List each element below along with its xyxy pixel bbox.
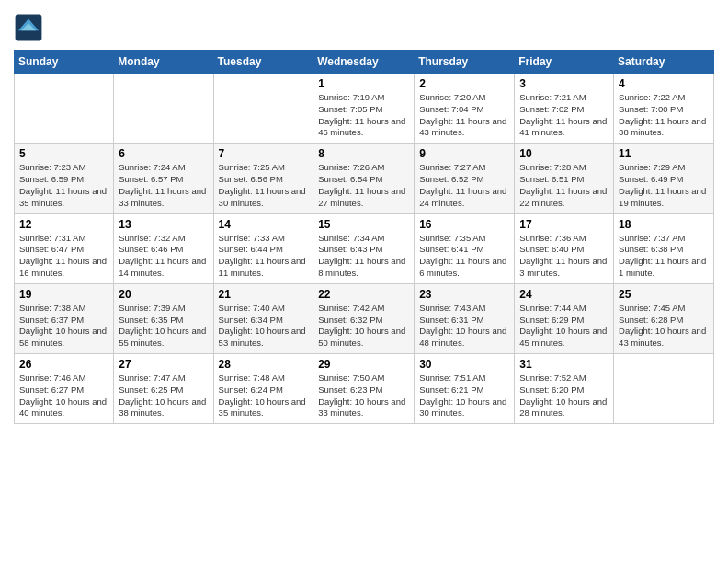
calendar-cell: 21Sunrise: 7:40 AM Sunset: 6:34 PM Dayli…	[213, 283, 313, 353]
day-number: 30	[419, 358, 509, 371]
calendar-cell: 10Sunrise: 7:28 AM Sunset: 6:51 PM Dayli…	[515, 144, 614, 213]
day-number: 2	[419, 77, 509, 90]
day-info: Sunrise: 7:42 AM Sunset: 6:32 PM Dayligh…	[318, 303, 409, 350]
calendar-cell: 2Sunrise: 7:20 AM Sunset: 7:04 PM Daylig…	[415, 74, 515, 144]
day-info: Sunrise: 7:36 AM Sunset: 6:40 PM Dayligh…	[519, 233, 609, 280]
day-info: Sunrise: 7:20 AM Sunset: 7:04 PM Dayligh…	[419, 92, 509, 139]
weekday-header-row: SundayMondayTuesdayWednesdayThursdayFrid…	[15, 51, 714, 74]
day-number: 28	[219, 358, 309, 371]
calendar-cell: 7Sunrise: 7:25 AM Sunset: 6:56 PM Daylig…	[213, 144, 313, 213]
day-number: 24	[519, 288, 609, 301]
day-number: 19	[19, 288, 108, 301]
weekday-header-sunday: Sunday	[15, 51, 114, 74]
calendar-cell: 9Sunrise: 7:27 AM Sunset: 6:52 PM Daylig…	[415, 144, 515, 213]
day-number: 4	[619, 77, 709, 90]
calendar-week-4: 19Sunrise: 7:38 AM Sunset: 6:37 PM Dayli…	[15, 283, 714, 353]
calendar-cell: 11Sunrise: 7:29 AM Sunset: 6:49 PM Dayli…	[614, 144, 714, 213]
calendar-cell: 13Sunrise: 7:32 AM Sunset: 6:46 PM Dayli…	[114, 213, 213, 283]
calendar-cell: 1Sunrise: 7:19 AM Sunset: 7:05 PM Daylig…	[313, 74, 415, 144]
calendar-cell: 16Sunrise: 7:35 AM Sunset: 6:41 PM Dayli…	[415, 213, 515, 283]
calendar-cell: 18Sunrise: 7:37 AM Sunset: 6:38 PM Dayli…	[614, 213, 714, 283]
calendar-cell: 27Sunrise: 7:47 AM Sunset: 6:25 PM Dayli…	[114, 354, 213, 424]
day-number: 21	[219, 288, 309, 301]
day-number: 9	[419, 147, 509, 160]
day-info: Sunrise: 7:37 AM Sunset: 6:38 PM Dayligh…	[619, 233, 709, 280]
weekday-header-thursday: Thursday	[415, 51, 515, 74]
logo-icon	[14, 13, 43, 42]
calendar-cell: 12Sunrise: 7:31 AM Sunset: 6:47 PM Dayli…	[15, 213, 114, 283]
day-info: Sunrise: 7:25 AM Sunset: 6:56 PM Dayligh…	[219, 162, 309, 209]
weekday-header-tuesday: Tuesday	[213, 51, 313, 74]
logo	[14, 13, 45, 42]
calendar-table: SundayMondayTuesdayWednesdayThursdayFrid…	[14, 50, 714, 424]
calendar-cell: 19Sunrise: 7:38 AM Sunset: 6:37 PM Dayli…	[15, 283, 114, 353]
day-number: 1	[318, 77, 409, 90]
calendar-cell: 23Sunrise: 7:43 AM Sunset: 6:31 PM Dayli…	[415, 283, 515, 353]
calendar-cell	[15, 74, 114, 144]
calendar-cell: 24Sunrise: 7:44 AM Sunset: 6:29 PM Dayli…	[515, 283, 614, 353]
day-number: 26	[19, 358, 108, 371]
day-info: Sunrise: 7:47 AM Sunset: 6:25 PM Dayligh…	[119, 373, 208, 419]
calendar-cell: 31Sunrise: 7:52 AM Sunset: 6:20 PM Dayli…	[515, 354, 614, 424]
day-number: 29	[318, 358, 409, 371]
day-number: 12	[19, 218, 108, 231]
calendar-cell: 20Sunrise: 7:39 AM Sunset: 6:35 PM Dayli…	[114, 283, 213, 353]
day-number: 20	[119, 288, 208, 301]
day-number: 15	[318, 218, 409, 231]
day-number: 23	[419, 288, 509, 301]
day-info: Sunrise: 7:26 AM Sunset: 6:54 PM Dayligh…	[318, 162, 409, 209]
day-info: Sunrise: 7:52 AM Sunset: 6:20 PM Dayligh…	[519, 373, 609, 419]
day-info: Sunrise: 7:33 AM Sunset: 6:44 PM Dayligh…	[219, 233, 309, 280]
day-number: 3	[519, 77, 609, 90]
day-info: Sunrise: 7:51 AM Sunset: 6:21 PM Dayligh…	[419, 373, 509, 419]
day-info: Sunrise: 7:22 AM Sunset: 7:00 PM Dayligh…	[619, 92, 709, 139]
calendar-cell: 4Sunrise: 7:22 AM Sunset: 7:00 PM Daylig…	[614, 74, 714, 144]
weekday-header-saturday: Saturday	[614, 51, 714, 74]
day-info: Sunrise: 7:46 AM Sunset: 6:27 PM Dayligh…	[19, 373, 108, 419]
calendar-cell: 25Sunrise: 7:45 AM Sunset: 6:28 PM Dayli…	[614, 283, 714, 353]
calendar-cell: 17Sunrise: 7:36 AM Sunset: 6:40 PM Dayli…	[515, 213, 614, 283]
day-info: Sunrise: 7:21 AM Sunset: 7:02 PM Dayligh…	[519, 92, 609, 139]
day-info: Sunrise: 7:31 AM Sunset: 6:47 PM Dayligh…	[19, 233, 108, 280]
day-number: 18	[619, 218, 709, 231]
calendar-cell: 3Sunrise: 7:21 AM Sunset: 7:02 PM Daylig…	[515, 74, 614, 144]
calendar-cell: 26Sunrise: 7:46 AM Sunset: 6:27 PM Dayli…	[15, 354, 114, 424]
calendar-week-3: 12Sunrise: 7:31 AM Sunset: 6:47 PM Dayli…	[15, 213, 714, 283]
calendar-cell: 29Sunrise: 7:50 AM Sunset: 6:23 PM Dayli…	[313, 354, 415, 424]
calendar-cell: 28Sunrise: 7:48 AM Sunset: 6:24 PM Dayli…	[213, 354, 313, 424]
calendar-cell	[114, 74, 213, 144]
day-info: Sunrise: 7:19 AM Sunset: 7:05 PM Dayligh…	[318, 92, 409, 139]
day-info: Sunrise: 7:43 AM Sunset: 6:31 PM Dayligh…	[419, 303, 509, 350]
day-info: Sunrise: 7:35 AM Sunset: 6:41 PM Dayligh…	[419, 233, 509, 280]
day-number: 11	[619, 147, 709, 160]
day-number: 25	[619, 288, 709, 301]
calendar-cell: 15Sunrise: 7:34 AM Sunset: 6:43 PM Dayli…	[313, 213, 415, 283]
day-number: 6	[119, 147, 208, 160]
day-info: Sunrise: 7:24 AM Sunset: 6:57 PM Dayligh…	[119, 162, 208, 209]
day-number: 13	[119, 218, 208, 231]
weekday-header-friday: Friday	[515, 51, 614, 74]
calendar-cell: 5Sunrise: 7:23 AM Sunset: 6:59 PM Daylig…	[15, 144, 114, 213]
calendar-cell	[213, 74, 313, 144]
day-number: 5	[19, 147, 108, 160]
day-number: 10	[519, 147, 609, 160]
day-info: Sunrise: 7:40 AM Sunset: 6:34 PM Dayligh…	[219, 303, 309, 350]
day-number: 7	[219, 147, 309, 160]
weekday-header-monday: Monday	[114, 51, 213, 74]
header	[14, 9, 714, 42]
day-info: Sunrise: 7:50 AM Sunset: 6:23 PM Dayligh…	[318, 373, 409, 419]
day-info: Sunrise: 7:45 AM Sunset: 6:28 PM Dayligh…	[619, 303, 709, 350]
day-info: Sunrise: 7:23 AM Sunset: 6:59 PM Dayligh…	[19, 162, 108, 209]
day-info: Sunrise: 7:39 AM Sunset: 6:35 PM Dayligh…	[119, 303, 208, 350]
calendar-week-1: 1Sunrise: 7:19 AM Sunset: 7:05 PM Daylig…	[15, 74, 714, 144]
day-number: 8	[318, 147, 409, 160]
day-info: Sunrise: 7:32 AM Sunset: 6:46 PM Dayligh…	[119, 233, 208, 280]
calendar-week-5: 26Sunrise: 7:46 AM Sunset: 6:27 PM Dayli…	[15, 354, 714, 424]
day-number: 17	[519, 218, 609, 231]
day-number: 31	[519, 358, 609, 371]
day-info: Sunrise: 7:28 AM Sunset: 6:51 PM Dayligh…	[519, 162, 609, 209]
calendar-cell: 8Sunrise: 7:26 AM Sunset: 6:54 PM Daylig…	[313, 144, 415, 213]
day-info: Sunrise: 7:27 AM Sunset: 6:52 PM Dayligh…	[419, 162, 509, 209]
calendar-cell: 30Sunrise: 7:51 AM Sunset: 6:21 PM Dayli…	[415, 354, 515, 424]
weekday-header-wednesday: Wednesday	[313, 51, 415, 74]
